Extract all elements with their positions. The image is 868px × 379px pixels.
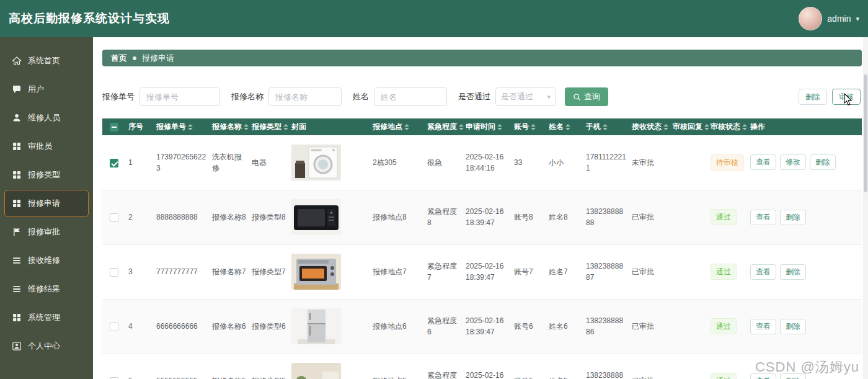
delete-row-button[interactable]: 删除: [780, 264, 806, 280]
table-header-row: 序号报修单号报修名称报修类型封面报修地点紧急程度申请时间账号姓名手机接收状态审核…: [102, 118, 862, 135]
person-name-input[interactable]: [374, 87, 447, 106]
column-header-label: 紧急程度: [427, 122, 457, 131]
sidebar-item-label: 报修申请: [28, 198, 60, 209]
sort-caret-icon[interactable]: [404, 124, 409, 130]
breadcrumb-current: 报修申请: [142, 53, 174, 64]
scrollbar[interactable]: [863, 37, 868, 379]
sort-caret-icon[interactable]: [531, 124, 536, 130]
sidebar-item-person-default[interactable]: 个人中心: [4, 332, 89, 360]
order-no-input[interactable]: [140, 87, 220, 106]
column-header[interactable]: 紧急程度: [425, 118, 463, 135]
cell-actions: 查看删除: [748, 299, 862, 354]
column-header[interactable]: 报修名称: [210, 118, 249, 135]
cell-phone: 13823888886: [583, 299, 629, 354]
user-icon: [12, 113, 22, 123]
cell-location: 2栋305: [370, 135, 425, 190]
cell-location: 报修地点8: [370, 190, 425, 244]
sidebar-item-flag-default[interactable]: 报修审批: [4, 218, 89, 246]
column-header[interactable]: 姓名: [546, 118, 583, 135]
cell-actions: 查看删除: [748, 244, 862, 299]
breadcrumb: 首页 报修申请: [102, 50, 862, 66]
cell-account: 账号6: [512, 299, 546, 354]
column-header[interactable]: 接收状态: [629, 118, 670, 135]
cell-repair-name: 报修名称8: [210, 190, 249, 244]
sidebar-item-user-default[interactable]: 维修人员: [4, 104, 89, 132]
sidebar-item-grid-default[interactable]: 报修类型: [4, 161, 89, 189]
sort-caret-icon[interactable]: [603, 124, 608, 130]
column-header[interactable]: 报修单号: [154, 118, 210, 135]
column-header[interactable]: 审核状态: [708, 118, 748, 135]
grid-icon: [12, 313, 22, 323]
sort-caret-icon[interactable]: [459, 124, 464, 130]
repair-name-input[interactable]: [268, 87, 342, 106]
cell-time: 2025-02-16 18:44:16: [463, 135, 512, 190]
select-all-checkbox[interactable]: [110, 123, 118, 132]
row-checkbox[interactable]: [110, 268, 118, 277]
view-button[interactable]: 查看: [750, 154, 776, 170]
sort-caret-icon[interactable]: [188, 124, 193, 130]
search-button[interactable]: 查询: [565, 87, 608, 106]
avatar[interactable]: [799, 7, 822, 30]
cell-index: 4: [126, 299, 154, 354]
cell-repair-type: 报修类型6: [249, 299, 289, 354]
cell-time: 2025-02-16 18:39:47: [463, 190, 512, 244]
column-header-label: 审核回复: [673, 122, 702, 131]
sort-caret-icon[interactable]: [565, 124, 570, 130]
row-checkbox[interactable]: [110, 323, 118, 331]
sort-caret-icon[interactable]: [283, 124, 288, 130]
sidebar-item-grid-default[interactable]: 审批员: [4, 133, 89, 160]
sidebar-item-list-default[interactable]: 接收维修: [4, 247, 89, 274]
column-header: 序号: [126, 118, 154, 135]
sidebar-item-home-default[interactable]: 系统首页: [4, 47, 89, 74]
column-header-label: 审核状态: [711, 122, 740, 131]
cell-audit-status: 待审核: [708, 135, 748, 190]
sidebar-item-grid-default[interactable]: 系统管理: [4, 304, 89, 331]
view-button[interactable]: 查看: [750, 264, 776, 280]
cell-repair-name: 报修名称6: [210, 299, 249, 354]
breadcrumb-home[interactable]: 首页: [111, 53, 127, 64]
delete-row-button[interactable]: 删除: [780, 210, 806, 225]
delete-button[interactable]: 删除: [799, 89, 827, 105]
cell-index: 2: [126, 190, 154, 244]
column-header[interactable]: 审核回复: [670, 118, 708, 135]
cell-person: 姓名7: [546, 244, 583, 299]
sidebar-item-grid-active[interactable]: 报修申请: [4, 190, 89, 217]
column-header[interactable]: 报修地点: [370, 118, 425, 135]
sort-caret-icon[interactable]: [663, 124, 668, 130]
app-header: 高校后勤报修系统设计与实现 admin ▾: [0, 0, 868, 37]
sort-caret-icon[interactable]: [742, 124, 747, 130]
column-header[interactable]: 手机: [583, 118, 629, 135]
audit-button[interactable]: 审核: [832, 89, 861, 105]
row-checkbox[interactable]: [110, 213, 118, 222]
column-header-label: 操作: [750, 122, 765, 131]
delete-row-button[interactable]: 删除: [810, 154, 836, 170]
audit-status-badge: 通过: [711, 318, 737, 334]
cell-order-no: 8888888888: [154, 190, 210, 244]
view-button[interactable]: 查看: [750, 319, 776, 334]
view-button[interactable]: 查看: [750, 210, 776, 225]
row-checkbox[interactable]: [110, 159, 118, 167]
repair-name-label: 报修名称: [231, 91, 264, 102]
cell-urgency: 紧急程度8: [425, 190, 463, 244]
column-header: 封面: [289, 118, 370, 135]
cell-repair-name: 报修名称5: [210, 354, 249, 379]
cell-audit-reply: [670, 135, 708, 190]
is-pass-select[interactable]: 是否通过 ▾: [495, 87, 556, 106]
sidebar-item-chat-default[interactable]: 用户: [4, 76, 89, 103]
table-body: 11739702656223洗衣机报修电器2栋305很急2025-02-16 1…: [102, 135, 862, 379]
column-header[interactable]: 报修类型: [249, 118, 289, 135]
scrollbar-thumb[interactable]: [864, 74, 867, 192]
sort-caret-icon[interactable]: [497, 124, 502, 130]
user-menu[interactable]: admin ▾: [799, 7, 859, 30]
cover-image: [291, 145, 341, 181]
sort-caret-icon[interactable]: [244, 124, 249, 130]
cell-audit-reply: [670, 190, 708, 244]
sidebar-item-label: 用户: [28, 84, 44, 95]
edit-button[interactable]: 修改: [780, 154, 806, 170]
delete-row-button[interactable]: 删除: [780, 319, 806, 334]
sidebar-item-list-default[interactable]: 维修结果: [4, 275, 89, 303]
sidebar-item-label: 系统首页: [28, 55, 60, 66]
column-header[interactable]: 账号: [512, 118, 546, 135]
sort-caret-icon[interactable]: [704, 124, 709, 130]
column-header[interactable]: 申请时间: [463, 118, 512, 135]
